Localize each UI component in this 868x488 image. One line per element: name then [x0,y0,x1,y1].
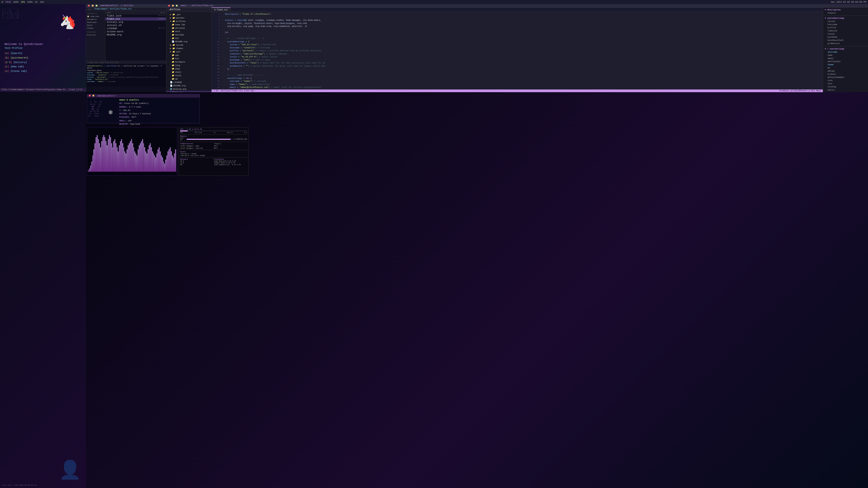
nf-min[interactable] [92,95,94,96]
neofetch-window: emmet@snowfire:~ \ // // \\ // // \X/ //… [87,94,200,123]
vis-bar-13 [102,137,103,172]
vis-bar-70 [165,160,166,172]
vis-bar-52 [145,151,146,172]
tree-wm[interactable]: 📁 wm [166,77,211,80]
file-license[interactable]: LICENSE34.2 K [105,27,166,30]
tree-git[interactable]: ▶ 📁 .git [166,13,211,16]
filemgr-title: emmet@snowfire: ~/.dotfiles [100,4,133,7]
vis-bar-71 [166,156,167,172]
tree-shell[interactable]: 📁 shell [166,70,211,74]
tree-personal[interactable]: 📁 personal [166,26,211,30]
nf-ascii: \ // // \\ // // \X/ // /X\ // // \\ \\ … [88,98,102,126]
sidebar-media[interactable]: Media [86,24,105,27]
visualizer-bars [87,127,177,173]
vis-bar-61 [155,158,156,172]
vis-bar-26 [117,147,118,172]
nf-nix-logo: ❄ [108,108,113,117]
neofetch-titlebar: emmet@snowfire:~ [87,94,199,98]
vis-bar-53 [147,153,147,172]
vis-bar-34 [125,153,126,172]
proc-emacs: 550631 emacs 0.26 0.7% [214,162,247,164]
editor-main: ❄ flake.nix 12345 678910 1112131415 1617… [212,7,434,92]
vis-bar-42 [134,151,135,172]
file-readme[interactable]: README.org [105,33,166,36]
code-content[interactable]: description = "Flake of LibrePhoenix"; o… [221,12,434,90]
tab-flake-nix[interactable]: ❄ flake.nix [212,7,230,12]
tree-style[interactable]: 📁 style [166,74,211,77]
vis-bar-77 [173,158,174,172]
tree-system[interactable]: ▶ 📁 system [166,43,211,47]
filemgr-sidebar: Bookmarks 🏠 home/lab Documents Downloads… [86,11,105,61]
tree-license[interactable]: 📄 LICENSE [166,80,211,84]
tree-lang[interactable]: 📁 lang [166,64,211,67]
editor-min-btn[interactable] [172,5,174,6]
sidebar-home[interactable]: 🏠 home/lab [86,15,105,18]
toolbar-forward[interactable]: ▷ [90,8,91,10]
vis-bar-10 [99,143,100,172]
tree-hardware[interactable]: 📁 hardware [166,60,211,64]
sidebar-external[interactable]: External [86,33,105,36]
file-octave[interactable]: octave-work- [105,30,166,33]
workspace-icon: ⊞ [2,1,3,3]
editor-max-btn[interactable] [176,5,178,6]
file-install-sh[interactable]: install.sh [105,24,166,27]
menu-history[interactable]: [S h] [History] [4,60,81,65]
tree-wsl[interactable]: 📁 wsl [166,37,211,40]
ascii-art-area: .-------.-------. / | \ | .-. .-|-. | | … [2,7,43,42]
nf-close[interactable] [89,95,91,96]
editor-titlebar: emacs — .dotfiles/flake.nix [166,4,434,7]
editor-close-btn[interactable] [168,5,170,6]
editor-sidebar: .dotfiles ▶ 📁 .git ▶ 📁 patches ▼ 📁 profi… [166,7,212,92]
file-install-org[interactable]: install.org [105,21,166,24]
file-nix[interactable]: flake.nix2.26 K [105,18,166,21]
menu-quickmarks[interactable]: [b] [Quickmarks] [4,56,81,60]
net-val1: 56.0 [180,160,213,162]
file-lock[interactable]: flake.lock27.5 K [105,14,166,18]
toolbar-up[interactable]: ↑ [92,8,93,10]
vis-bar-58 [152,151,153,172]
nf-logo-area: ❄ [104,98,117,126]
tree-worklab[interactable]: 📁 worklab [166,33,211,37]
tree-homelab[interactable]: 📁 home lab [166,23,211,26]
ascii-logo: .-------.-------. / | \ | .-. .-|-. | | … [2,7,43,21]
nf-title: emmet@snowfire:~ [97,95,117,97]
status-bar-left: ⊞ Tech 100% 20% 100% 2S 10S [2,1,44,3]
disk-nix: /dev/dm-0 /nix/store 503GB [180,155,247,157]
sidebar-docs[interactable]: Documents [86,18,105,21]
vis-bar-59 [153,153,154,172]
tree-themes[interactable]: ▶ 📁 themes [166,47,211,50]
tree-profiles[interactable]: ▼ 📁 profiles [166,20,211,23]
menu-search[interactable]: [o] [Search] [4,51,81,56]
tree-readme[interactable]: 📄 README.org [166,84,211,88]
tree-work[interactable]: 📁 work [166,30,211,33]
tree-user[interactable]: ▼ 📁 user [166,50,211,54]
tree-bin[interactable]: 📁 bin [166,57,211,60]
tree-pkgs[interactable]: 📁 pkgs [166,67,211,70]
temps-title: Temperatures [180,142,213,144]
vis-bar-28 [119,145,120,172]
win-min-btn[interactable] [92,5,94,6]
sysmon-disks: Disks /dev/dm-0 / 504GB /dev/dm-0 /nix/s… [179,150,248,158]
sidebar-themes[interactable]: Themes [86,27,105,30]
vis-bar-9 [98,139,99,172]
filemgr-statusbar: 4.83M sum, 133G free 8/13 All [86,61,166,64]
filemgr-toolbar: ◁ ▷ ↑ /home/emmet/.dotfiles/flake.nix [86,7,166,11]
process-section: Processes 2520 Hyprland 0.35 0.4% 550631… [214,158,247,166]
tree-desktop[interactable]: 🖼 desktop.png [166,88,211,91]
tree-patches[interactable]: ▶ 📁 patches [166,16,211,20]
network-section: Network 56.0 54.8 0% [180,158,213,166]
sidebar-dl[interactable]: Downloads [86,21,105,24]
vis-bar-63 [158,149,158,172]
menu-newtab[interactable]: [t] [New tab] [4,65,81,69]
toolbar-back[interactable]: ◁ [88,8,89,10]
vis-bar-11 [100,147,101,172]
win-close-btn[interactable] [88,5,90,6]
tree-readme-p[interactable]: 📄 README.org [166,40,211,43]
mem-bar [187,139,233,140]
vis-bar-23 [113,141,114,172]
win-max-btn[interactable] [96,5,97,6]
menu-closetab[interactable]: [x] [Close tab] [4,69,81,74]
qute-title: Welcome to Qutebrowser [4,42,81,46]
tree-app[interactable]: 📁 app [166,54,211,57]
vis-bar-38 [130,141,131,172]
